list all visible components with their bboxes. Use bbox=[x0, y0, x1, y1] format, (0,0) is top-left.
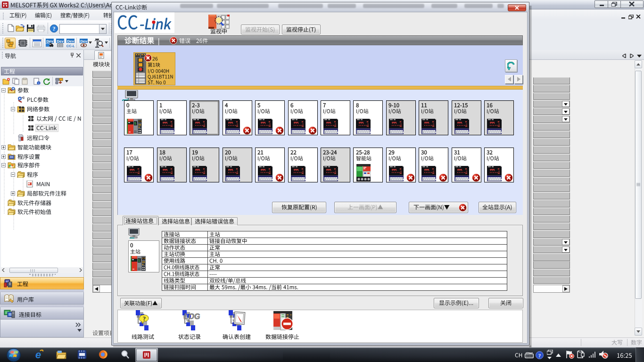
svg-text:?: ? bbox=[53, 25, 56, 32]
svg-text:Dev: Dev bbox=[80, 39, 87, 43]
svg-text:Dev: Dev bbox=[57, 39, 64, 43]
svg-text:CC-L: CC-L bbox=[66, 44, 74, 48]
svg-text:LOG: LOG bbox=[184, 313, 200, 321]
svg-text:Dev: Dev bbox=[67, 39, 74, 43]
svg-text:Dev: Dev bbox=[46, 39, 53, 43]
svg-text:?: ? bbox=[143, 315, 146, 322]
svg-text:?: ? bbox=[538, 353, 541, 358]
